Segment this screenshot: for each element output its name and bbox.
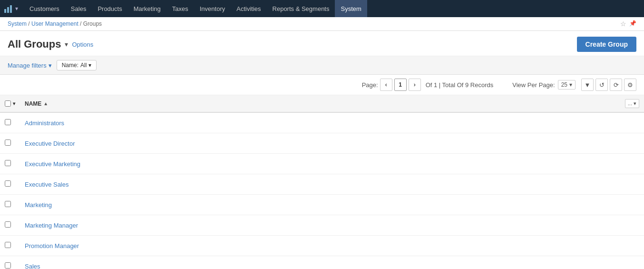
row-checkbox[interactable] bbox=[5, 201, 11, 207]
row-checkbox-cell bbox=[0, 215, 20, 236]
nav-inventory[interactable]: Inventory bbox=[194, 0, 231, 17]
next-page-button[interactable]: › bbox=[409, 79, 421, 91]
filter-arrow-icon: ▾ bbox=[88, 62, 91, 69]
page-header: All Groups ▾ Options Create Group bbox=[0, 31, 644, 56]
row-name-cell[interactable]: Marketing bbox=[20, 195, 610, 215]
delete-button[interactable]: 🗑 bbox=[628, 179, 639, 190]
delete-button[interactable]: 🗑 bbox=[628, 219, 639, 231]
pin-icon[interactable]: 📌 bbox=[629, 20, 636, 28]
row-name-cell[interactable]: Administrators bbox=[20, 112, 610, 133]
nav-system[interactable]: System bbox=[335, 0, 367, 17]
col-name-sort-icon: ▲ bbox=[43, 101, 48, 106]
groups-table: ▾ NAME ▲ ... ▾ bbox=[0, 95, 644, 269]
title-dropdown-arrow[interactable]: ▾ bbox=[65, 40, 68, 48]
row-name-cell[interactable]: Promotion Manager bbox=[20, 236, 610, 256]
row-actions-cell: ✎ 🗑 bbox=[610, 174, 644, 195]
edit-button[interactable]: ✎ bbox=[615, 240, 626, 251]
pagination-area: Page: ‹ 1 › Of 1 | Total Of 9 Records Vi… bbox=[0, 75, 644, 95]
row-checkbox-cell bbox=[0, 256, 20, 269]
logo-arrow[interactable]: ▾ bbox=[15, 5, 18, 12]
row-checkbox-cell bbox=[0, 236, 20, 256]
nav-activities[interactable]: Activities bbox=[231, 0, 266, 17]
manage-filters-button[interactable]: Manage filters ▾ bbox=[8, 62, 52, 69]
delete-button[interactable]: 🗑 bbox=[628, 138, 639, 149]
edit-button[interactable]: ✎ bbox=[615, 199, 626, 210]
column-more-button[interactable]: ... ▾ bbox=[625, 99, 639, 108]
row-name-cell[interactable]: Executive Sales bbox=[20, 174, 610, 195]
nav-marketing[interactable]: Marketing bbox=[128, 0, 166, 17]
refresh-icon-button[interactable]: ↺ bbox=[595, 79, 608, 91]
table-header-row: ▾ NAME ▲ ... ▾ bbox=[0, 95, 644, 112]
page-label: Page: bbox=[362, 81, 378, 89]
nav-reports-segments[interactable]: Reports & Segments bbox=[267, 0, 335, 17]
row-name-cell[interactable]: Marketing Manager bbox=[20, 215, 610, 236]
breadcrumb: System / User Management / Groups bbox=[8, 20, 102, 27]
table-row: Marketing Manager ✎ 🗑 bbox=[0, 215, 644, 236]
row-checkbox-cell bbox=[0, 133, 20, 154]
groups-table-container: ▾ NAME ▲ ... ▾ bbox=[0, 95, 644, 269]
breadcrumb-actions: ☆ 📌 bbox=[620, 20, 636, 28]
table-row: Sales ✎ 🗑 bbox=[0, 256, 644, 269]
nav-customers[interactable]: Customers bbox=[24, 0, 65, 17]
row-checkbox[interactable] bbox=[5, 180, 11, 187]
filters-bar: Manage filters ▾ Name: All ▾ bbox=[0, 56, 644, 75]
row-checkbox-cell bbox=[0, 112, 20, 133]
row-name-cell[interactable]: Sales bbox=[20, 256, 610, 269]
delete-button[interactable]: 🗑 bbox=[628, 158, 639, 169]
header-checkbox-col: ▾ bbox=[0, 95, 20, 112]
svg-rect-2 bbox=[10, 5, 12, 13]
nav-taxes[interactable]: Taxes bbox=[166, 0, 194, 17]
settings-icon-button[interactable]: ⚙ bbox=[624, 79, 636, 91]
reload-icon-button[interactable]: ⟳ bbox=[610, 79, 622, 91]
row-name-cell[interactable]: Executive Marketing bbox=[20, 154, 610, 174]
view-per-page: View Per Page: 25 ▾ bbox=[512, 80, 576, 90]
nav-sales[interactable]: Sales bbox=[65, 0, 92, 17]
col-name-label: NAME bbox=[25, 100, 41, 107]
filter-value: All bbox=[80, 62, 87, 69]
page-title: All Groups bbox=[8, 38, 61, 50]
breadcrumb-user-management[interactable]: User Management bbox=[31, 20, 78, 27]
delete-button[interactable]: 🗑 bbox=[628, 117, 639, 129]
row-checkbox[interactable] bbox=[5, 139, 11, 146]
breadcrumb-system[interactable]: System bbox=[8, 20, 27, 27]
table-row: Administrators ✎ 🗑 bbox=[0, 112, 644, 133]
logo[interactable]: ▾ bbox=[4, 4, 18, 13]
table-row: Marketing ✎ 🗑 bbox=[0, 195, 644, 215]
per-page-select[interactable]: 25 ▾ bbox=[558, 80, 576, 90]
breadcrumb-groups: Groups bbox=[83, 20, 102, 27]
delete-button[interactable]: 🗑 bbox=[628, 240, 639, 251]
row-name-cell[interactable]: Executive Director bbox=[20, 133, 610, 154]
create-group-button[interactable]: Create Group bbox=[577, 37, 636, 52]
delete-button[interactable]: 🗑 bbox=[628, 199, 639, 210]
per-page-arrow-icon: ▾ bbox=[569, 81, 572, 88]
header-dropdown-arrow[interactable]: ▾ bbox=[13, 101, 15, 106]
edit-button[interactable]: ✎ bbox=[615, 138, 626, 149]
select-all-checkbox[interactable] bbox=[5, 100, 11, 107]
table-row: Promotion Manager ✎ 🗑 bbox=[0, 236, 644, 256]
edit-button[interactable]: ✎ bbox=[615, 158, 626, 169]
table-row: Executive Marketing ✎ 🗑 bbox=[0, 154, 644, 174]
name-filter-pill[interactable]: Name: All ▾ bbox=[57, 60, 97, 70]
row-actions-cell: ✎ 🗑 bbox=[610, 236, 644, 256]
current-page-button[interactable]: 1 bbox=[394, 79, 407, 91]
row-checkbox[interactable] bbox=[5, 262, 11, 269]
edit-button[interactable]: ✎ bbox=[615, 179, 626, 190]
row-checkbox[interactable] bbox=[5, 119, 11, 125]
edit-button[interactable]: ✎ bbox=[615, 117, 626, 129]
prev-page-button[interactable]: ‹ bbox=[380, 79, 392, 91]
edit-button[interactable]: ✎ bbox=[615, 219, 626, 231]
table-row: Executive Sales ✎ 🗑 bbox=[0, 174, 644, 195]
options-link[interactable]: Options bbox=[72, 41, 93, 48]
favorite-star-icon[interactable]: ☆ bbox=[620, 20, 626, 28]
row-actions-cell: ✎ 🗑 bbox=[610, 195, 644, 215]
row-checkbox[interactable] bbox=[5, 160, 11, 166]
row-actions-cell: ✎ 🗑 bbox=[610, 133, 644, 154]
header-name-col[interactable]: NAME ▲ bbox=[20, 95, 610, 112]
filter-icon-button[interactable]: ▼ bbox=[581, 79, 594, 91]
row-checkbox[interactable] bbox=[5, 221, 11, 228]
delete-button[interactable]: 🗑 bbox=[628, 260, 639, 269]
nav-products[interactable]: Products bbox=[92, 0, 127, 17]
breadcrumb-bar: System / User Management / Groups ☆ 📌 bbox=[0, 17, 644, 31]
edit-button[interactable]: ✎ bbox=[615, 260, 626, 269]
row-checkbox[interactable] bbox=[5, 242, 11, 248]
